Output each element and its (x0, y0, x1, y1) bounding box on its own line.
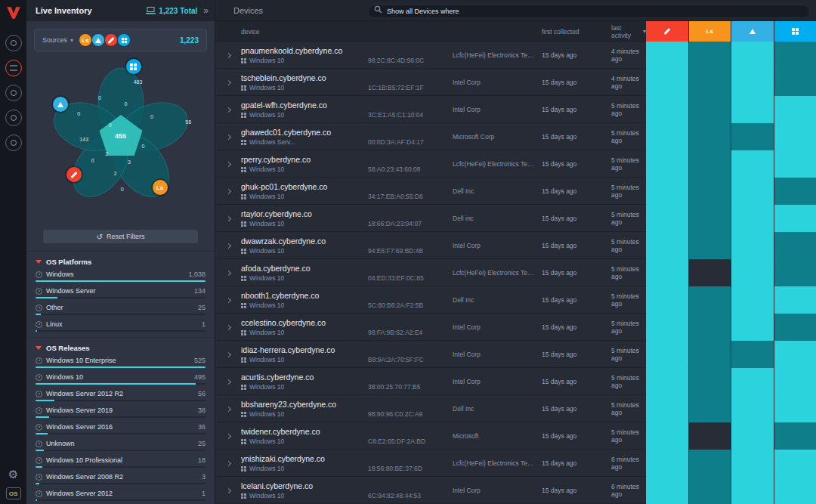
device-name[interactable]: rtaylor.cyberdyne.co (241, 209, 368, 218)
filter-row[interactable]: Unknown 25 (36, 440, 206, 451)
heat-cell[interactable] (689, 205, 731, 232)
reset-filters-button[interactable]: ↺ Reset Filters (43, 230, 198, 243)
heat-cell[interactable] (774, 123, 816, 150)
filter-row[interactable]: Windows 10 495 (36, 373, 206, 385)
heat-cell[interactable] (731, 150, 774, 178)
heat-cell[interactable] (774, 450, 816, 477)
heat-cell[interactable] (646, 341, 688, 368)
device-name[interactable]: rperry.cyberdyne.co (241, 155, 368, 164)
orange-source-icon[interactable]: Ls (153, 180, 168, 195)
heat-cell[interactable] (774, 341, 816, 368)
table-row[interactable]: dwawrzak.cyberdyne.co Windows 10 94:E6:F… (215, 232, 816, 259)
heat-cell[interactable] (774, 42, 816, 69)
heat-cell[interactable] (646, 42, 688, 69)
heat-cell[interactable] (646, 422, 688, 450)
table-row[interactable]: afoda.cyberdyne.co Windows 10 04:ED:33:E… (215, 259, 816, 286)
filter-section-header[interactable]: OS Releases (26, 337, 215, 357)
table-row[interactable]: idiaz-herrera.cyberdyne.co Windows 10 B8… (215, 341, 816, 368)
heat-cell[interactable] (731, 259, 774, 286)
red-source-icon[interactable] (66, 167, 82, 182)
heat-cell[interactable] (774, 178, 816, 205)
heat-cell[interactable] (774, 477, 816, 504)
user-badge[interactable]: OS (6, 487, 21, 499)
table-row[interactable]: ynishizaki.cyberdyne.co Windows 10 18:56… (215, 450, 816, 477)
monitor-icon[interactable] (5, 35, 22, 51)
row-expand-chevron[interactable] (225, 487, 230, 493)
heat-cell[interactable] (689, 178, 731, 205)
row-expand-chevron[interactable] (225, 52, 230, 57)
filter-toggle-icon[interactable] (36, 288, 42, 295)
row-expand-chevron[interactable] (225, 134, 230, 139)
device-name[interactable]: ynishizaki.cyberdyne.co (241, 454, 368, 463)
heat-cell[interactable] (774, 232, 816, 259)
row-expand-chevron[interactable] (225, 215, 230, 221)
device-name[interactable]: lcelani.cyberdyne.co (241, 481, 368, 490)
heat-cell[interactable] (646, 123, 688, 150)
heat-cell[interactable] (731, 422, 774, 450)
filter-toggle-icon[interactable] (36, 391, 42, 397)
heat-cell[interactable] (774, 150, 816, 178)
windows-source-icon[interactable] (117, 33, 131, 47)
device-name[interactable]: bbshareny23.cyberdyne.co (241, 400, 368, 409)
heat-cell[interactable] (774, 259, 816, 286)
triangle-source-icon[interactable] (53, 97, 68, 112)
row-expand-chevron[interactable] (225, 379, 230, 384)
heat-cell[interactable] (731, 42, 774, 69)
filter-toggle-icon[interactable] (36, 271, 42, 278)
filter-toggle-icon[interactable] (36, 357, 42, 364)
heat-cell[interactable] (774, 205, 816, 232)
windows-source-icon[interactable] (126, 59, 141, 74)
filter-row[interactable]: Windows 1,038 (36, 271, 206, 282)
heat-cell[interactable] (731, 286, 774, 314)
network-icon[interactable] (5, 135, 22, 151)
table-row[interactable]: lcelani.cyberdyne.co Windows 10 6C:94:82… (215, 477, 816, 504)
heat-cell[interactable] (689, 314, 731, 341)
heat-cell[interactable] (689, 422, 731, 450)
filter-row[interactable]: Windows Server 2012 R2 56 (36, 390, 206, 401)
inventory-icon[interactable] (5, 60, 22, 76)
heat-cell[interactable] (689, 96, 731, 123)
heat-cell[interactable] (689, 341, 731, 368)
sources-dropdown[interactable]: Sources (42, 36, 67, 44)
heat-cell[interactable] (689, 259, 731, 286)
heat-cell[interactable] (646, 205, 688, 232)
row-expand-chevron[interactable] (225, 79, 230, 85)
heat-cell[interactable] (646, 450, 688, 477)
heat-cell[interactable] (774, 422, 816, 450)
row-expand-chevron[interactable] (225, 107, 230, 112)
heat-cell[interactable] (731, 450, 774, 477)
heat-cell[interactable] (646, 150, 688, 178)
filter-toggle-icon[interactable] (36, 441, 42, 447)
heat-cell[interactable] (689, 286, 731, 314)
orange-source-icon[interactable]: Ls (79, 33, 92, 47)
table-row[interactable]: ghuk-pc01.cyberdyne.co Windows 10 34:17:… (215, 178, 816, 205)
device-name[interactable]: idiaz-herrera.cyberdyne.co (241, 345, 368, 354)
table-row[interactable]: gpatel-wfh.cyberdyne.co Windows 10 3C:E1… (215, 96, 816, 123)
heat-cell[interactable] (731, 178, 774, 205)
device-name[interactable]: afoda.cyberdyne.co (241, 264, 368, 273)
device-name[interactable]: ccelestino.cyberdyne.co (241, 318, 368, 327)
filter-row[interactable]: Windows Server 2016 36 (36, 423, 206, 434)
device-search-input[interactable] (368, 5, 810, 18)
filter-toggle-icon[interactable] (36, 474, 42, 481)
filter-toggle-icon[interactable] (36, 374, 42, 381)
heat-cell[interactable] (646, 232, 688, 259)
heat-cell[interactable] (689, 395, 731, 422)
row-expand-chevron[interactable] (225, 243, 230, 248)
heat-cell[interactable] (731, 123, 774, 150)
row-expand-chevron[interactable] (225, 270, 230, 275)
heat-cell[interactable] (646, 395, 688, 422)
heat-cell[interactable] (646, 368, 688, 395)
device-name[interactable]: gpatel-wfh.cyberdyne.co (241, 100, 368, 110)
heat-cell[interactable] (689, 69, 731, 96)
row-expand-chevron[interactable] (225, 188, 230, 193)
heat-cell[interactable] (774, 69, 816, 96)
heat-cell[interactable] (774, 395, 816, 422)
column-device[interactable]: device (241, 28, 368, 36)
heat-cell[interactable] (646, 96, 688, 123)
filter-row[interactable]: Windows Server 2019 38 (36, 407, 206, 418)
heat-cell[interactable] (689, 150, 731, 178)
heat-cell[interactable] (731, 341, 774, 368)
triangle-source-icon[interactable] (91, 33, 105, 47)
filter-toggle-icon[interactable] (36, 457, 42, 464)
